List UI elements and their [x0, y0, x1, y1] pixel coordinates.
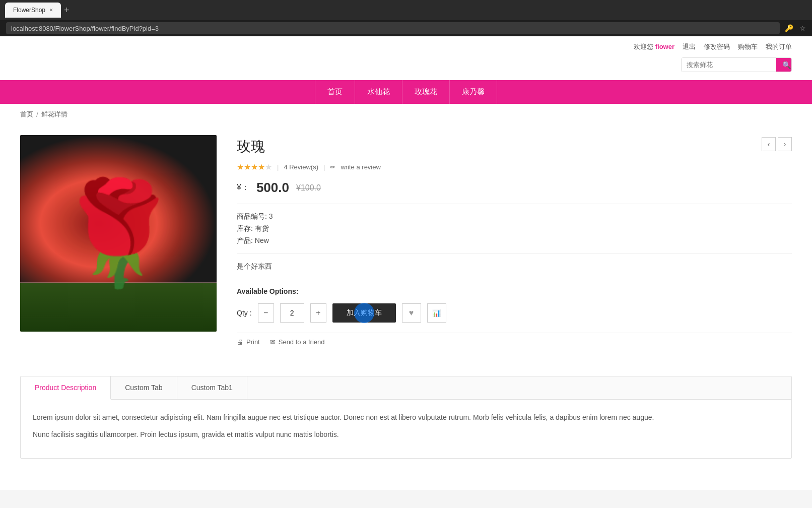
search-box: 🔍: [681, 57, 792, 72]
review-count: 4 Review(s): [284, 163, 318, 171]
qty-decrease-button[interactable]: −: [258, 303, 274, 323]
nav-rose[interactable]: 玫瑰花: [402, 80, 450, 104]
tabs-header: Product Description Custom Tab Custom Ta…: [21, 376, 791, 400]
active-tab[interactable]: FlowerShop ×: [5, 3, 61, 18]
product-image-wrap: [20, 135, 217, 346]
pencil-icon: ✏: [330, 163, 335, 171]
printer-icon: 🖨: [237, 338, 243, 346]
tab-content: Lorem ipsum dolor sit amet, consectetur …: [21, 400, 791, 458]
product-type-value: New: [255, 236, 269, 244]
compare-button[interactable]: 📊: [427, 303, 446, 323]
header-top: 欢迎您 flower 退出 修改密码 购物车 我的订单: [0, 36, 812, 57]
tab-close-button[interactable]: ×: [49, 7, 53, 14]
tabs-section: Product Description Custom Tab Custom Ta…: [20, 376, 792, 459]
breadcrumb-separator: /: [36, 111, 38, 118]
price-row: ¥： 500.0 ¥100.0: [237, 180, 792, 204]
sku-value: 3: [269, 212, 273, 220]
change-password-link[interactable]: 修改密码: [704, 42, 730, 51]
tab-title: FlowerShop: [13, 7, 45, 14]
product-stars: ★★★★★: [237, 162, 272, 172]
tab-custom-tab1[interactable]: Custom Tab1: [177, 376, 247, 399]
cart-link[interactable]: 购物车: [738, 42, 758, 51]
email-icon: ✉: [270, 338, 276, 346]
qty-input[interactable]: [280, 303, 304, 323]
tab-product-description[interactable]: Product Description: [21, 376, 111, 400]
stock-row: 库存: 有货: [237, 224, 792, 233]
tab-bar: FlowerShop × +: [5, 3, 70, 18]
product-area: 玫瑰 ‹ › ★★★★★ | 4 Review(s) | ✏ write a r…: [0, 125, 812, 366]
qty-label: Qty :: [237, 309, 252, 317]
product-info: 玫瑰 ‹ › ★★★★★ | 4 Review(s) | ✏ write a r…: [237, 135, 792, 346]
orders-link[interactable]: 我的订单: [766, 42, 792, 51]
action-links: 🖨 Print ✉ Send to a friend: [237, 333, 792, 346]
tab-content-para2: Nunc facilisis sagittis ullamcorper. Pro…: [33, 429, 779, 441]
next-product-button[interactable]: ›: [778, 137, 792, 151]
available-options-label: Available Options:: [237, 287, 792, 295]
nav-narcissus[interactable]: 水仙花: [355, 80, 402, 104]
stock-value: 有货: [255, 224, 269, 232]
breadcrumb: 首页 / 鲜花详情: [0, 104, 812, 125]
tab-custom-tab[interactable]: Custom Tab: [111, 376, 177, 399]
search-button[interactable]: 🔍: [776, 58, 792, 72]
new-tab-button[interactable]: +: [64, 5, 70, 16]
price-label: ¥：: [237, 182, 249, 193]
prev-product-button[interactable]: ‹: [762, 137, 776, 151]
print-link[interactable]: 🖨 Print: [237, 338, 260, 346]
product-image: [20, 135, 217, 332]
qty-row: Qty : − + 加入购物车 ♥ 📊: [237, 303, 792, 323]
sku-label: 商品编号:: [237, 212, 267, 220]
page-wrapper: 欢迎您 flower 退出 修改密码 购物车 我的订单 🔍 首页 水仙花 玫瑰花…: [0, 36, 812, 490]
nav-home[interactable]: 首页: [315, 80, 355, 104]
navigation-bar: 首页 水仙花 玫瑰花 康乃馨: [0, 80, 812, 104]
add-to-cart-button[interactable]: 加入购物车: [332, 303, 396, 323]
product-title-row: 玫瑰 ‹ ›: [237, 137, 792, 162]
product-title: 玫瑰: [237, 137, 265, 156]
price-original: ¥100.0: [296, 183, 321, 193]
browser-chrome: FlowerShop × +: [0, 0, 812, 20]
rating-row: ★★★★★ | 4 Review(s) | ✏ write a review: [237, 162, 792, 172]
address-bar: 🔑 ☆: [0, 20, 812, 36]
breadcrumb-current: 鲜花详情: [41, 110, 67, 119]
write-review-link[interactable]: write a review: [341, 163, 380, 171]
search-input[interactable]: [682, 58, 776, 72]
stock-label: 库存:: [237, 224, 253, 232]
nav-carnation[interactable]: 康乃馨: [450, 80, 497, 104]
qty-increase-button[interactable]: +: [310, 303, 326, 323]
price-current: 500.0: [256, 180, 289, 196]
send-to-friend-link[interactable]: ✉ Send to a friend: [270, 338, 325, 346]
wishlist-button[interactable]: ♥: [402, 303, 421, 323]
header-search: 🔍: [0, 57, 812, 80]
short-description: 是个好东西: [237, 253, 792, 279]
product-nav-arrows: ‹ ›: [762, 137, 792, 151]
logout-link[interactable]: 退出: [683, 42, 696, 51]
welcome-message: 欢迎您 flower: [634, 42, 674, 51]
username: flower: [655, 43, 674, 50]
product-type-row: 产品: New: [237, 236, 792, 245]
key-icon: 🔑: [785, 24, 793, 32]
rose-background: [20, 135, 217, 332]
breadcrumb-home[interactable]: 首页: [20, 110, 33, 119]
product-type-label: 产品:: [237, 236, 253, 244]
tab-content-para1: Lorem ipsum dolor sit amet, consectetur …: [33, 412, 779, 424]
address-bar-icons: 🔑 ☆: [785, 24, 806, 32]
url-input[interactable]: [6, 22, 780, 34]
sku-row: 商品编号: 3: [237, 212, 792, 221]
bookmark-icon[interactable]: ☆: [799, 24, 806, 32]
